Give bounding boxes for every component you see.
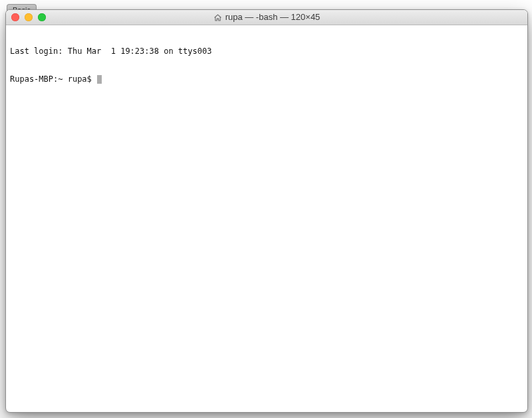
window-title-text: rupa — -bash — 120×45 xyxy=(225,10,321,25)
terminal-prompt-line: Rupas-MBP:~ rupa$ xyxy=(10,74,523,84)
terminal-prompt: Rupas-MBP:~ rupa$ xyxy=(10,74,96,84)
close-button[interactable] xyxy=(11,13,19,21)
terminal-window: rupa — -bash — 120×45 Last login: Thu Ma… xyxy=(5,9,528,413)
minimize-button[interactable] xyxy=(25,13,33,21)
zoom-button[interactable] xyxy=(38,13,46,21)
home-icon xyxy=(213,13,222,22)
window-title: rupa — -bash — 120×45 xyxy=(213,10,321,25)
window-controls xyxy=(11,13,46,21)
terminal-line-last-login: Last login: Thu Mar 1 19:23:38 on ttys00… xyxy=(10,47,523,56)
window-titlebar[interactable]: rupa — -bash — 120×45 xyxy=(6,10,527,25)
terminal-viewport[interactable]: Last login: Thu Mar 1 19:23:38 on ttys00… xyxy=(6,25,527,412)
terminal-cursor xyxy=(97,75,102,84)
